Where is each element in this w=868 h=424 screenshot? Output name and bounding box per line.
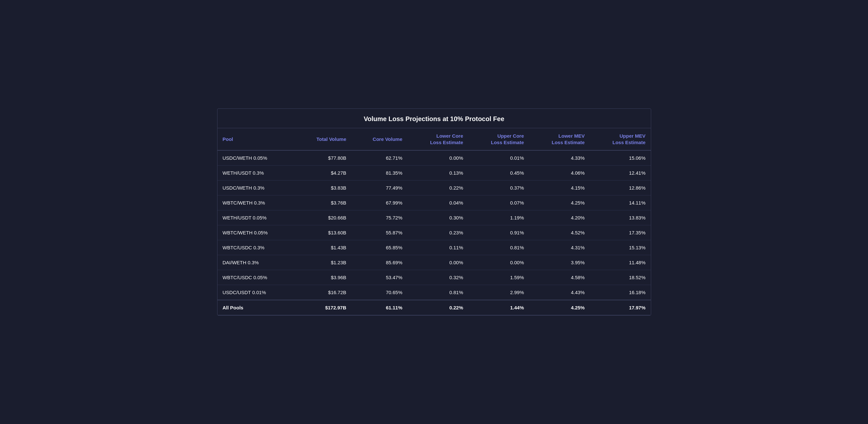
cell-total_volume: $13.60B <box>295 225 351 240</box>
cell-upper_mev: 17.35% <box>590 225 651 240</box>
cell-lower_core: 0.22% <box>408 181 468 195</box>
summary-cell-pool: All Pools <box>217 300 296 315</box>
cell-upper_core: 0.81% <box>468 240 529 255</box>
cell-core_volume: 77.49% <box>351 181 408 195</box>
summary-row: All Pools$172.97B61.11%0.22%1.44%4.25%17… <box>217 300 651 315</box>
cell-upper_mev: 12.41% <box>590 165 651 181</box>
cell-upper_core: 0.91% <box>468 225 529 240</box>
cell-pool: USDC/WETH 0.05% <box>217 150 296 165</box>
table-row: WBTC/USDC 0.3%$1.43B65.85%0.11%0.81%4.31… <box>217 240 651 255</box>
cell-total_volume: $1.23B <box>295 255 351 270</box>
col-core-volume: Core Volume <box>351 128 408 150</box>
table-body: USDC/WETH 0.05%$77.80B62.71%0.00%0.01%4.… <box>217 150 651 315</box>
cell-lower_core: 0.04% <box>408 195 468 210</box>
summary-cell-core_volume: 61.11% <box>351 300 408 315</box>
cell-core_volume: 81.35% <box>351 165 408 181</box>
cell-upper_mev: 14.11% <box>590 195 651 210</box>
cell-upper_core: 1.19% <box>468 210 529 225</box>
cell-upper_core: 0.07% <box>468 195 529 210</box>
cell-core_volume: 53.47% <box>351 270 408 285</box>
table-title: Volume Loss Projections at 10% Protocol … <box>217 109 651 128</box>
cell-upper_core: 1.59% <box>468 270 529 285</box>
cell-upper_core: 0.37% <box>468 181 529 195</box>
cell-upper_core: 0.00% <box>468 255 529 270</box>
cell-pool: WBTC/WETH 0.3% <box>217 195 296 210</box>
cell-lower_mev: 4.15% <box>529 181 590 195</box>
cell-core_volume: 67.99% <box>351 195 408 210</box>
col-upper-mev: Upper MEVLoss Estimate <box>590 128 651 150</box>
cell-total_volume: $3.96B <box>295 270 351 285</box>
table-row: USDC/WETH 0.05%$77.80B62.71%0.00%0.01%4.… <box>217 150 651 165</box>
cell-lower_mev: 4.25% <box>529 195 590 210</box>
table-row: WETH/USDT 0.05%$20.66B75.72%0.30%1.19%4.… <box>217 210 651 225</box>
cell-pool: WETH/USDT 0.3% <box>217 165 296 181</box>
cell-pool: USDC/USDT 0.01% <box>217 285 296 300</box>
cell-pool: USDC/WETH 0.3% <box>217 181 296 195</box>
summary-cell-lower_mev: 4.25% <box>529 300 590 315</box>
cell-upper_core: 2.99% <box>468 285 529 300</box>
cell-upper_mev: 15.13% <box>590 240 651 255</box>
cell-total_volume: $4.27B <box>295 165 351 181</box>
cell-lower_mev: 4.52% <box>529 225 590 240</box>
table-header: Pool Total Volume Core Volume Lower Core… <box>217 128 651 150</box>
cell-upper_mev: 11.48% <box>590 255 651 270</box>
table-row: USDC/WETH 0.3%$3.83B77.49%0.22%0.37%4.15… <box>217 181 651 195</box>
col-pool: Pool <box>217 128 296 150</box>
cell-upper_mev: 15.06% <box>590 150 651 165</box>
col-total-volume: Total Volume <box>295 128 351 150</box>
cell-lower_mev: 4.31% <box>529 240 590 255</box>
cell-lower_mev: 4.43% <box>529 285 590 300</box>
cell-lower_core: 0.00% <box>408 255 468 270</box>
cell-upper_mev: 13.83% <box>590 210 651 225</box>
cell-core_volume: 70.65% <box>351 285 408 300</box>
cell-lower_core: 0.81% <box>408 285 468 300</box>
cell-lower_core: 0.32% <box>408 270 468 285</box>
cell-pool: WBTC/WETH 0.05% <box>217 225 296 240</box>
cell-core_volume: 85.69% <box>351 255 408 270</box>
cell-lower_mev: 4.58% <box>529 270 590 285</box>
cell-lower_core: 0.00% <box>408 150 468 165</box>
col-upper-core: Upper CoreLoss Estimate <box>468 128 529 150</box>
cell-pool: WETH/USDT 0.05% <box>217 210 296 225</box>
cell-total_volume: $3.83B <box>295 181 351 195</box>
table-row: WBTC/WETH 0.05%$13.60B55.87%0.23%0.91%4.… <box>217 225 651 240</box>
cell-core_volume: 75.72% <box>351 210 408 225</box>
cell-lower_core: 0.23% <box>408 225 468 240</box>
cell-pool: WBTC/USDC 0.3% <box>217 240 296 255</box>
cell-lower_mev: 4.20% <box>529 210 590 225</box>
cell-total_volume: $20.66B <box>295 210 351 225</box>
summary-cell-lower_core: 0.22% <box>408 300 468 315</box>
cell-total_volume: $16.72B <box>295 285 351 300</box>
cell-lower_mev: 4.06% <box>529 165 590 181</box>
col-lower-core: Lower CoreLoss Estimate <box>408 128 468 150</box>
table-row: USDC/USDT 0.01%$16.72B70.65%0.81%2.99%4.… <box>217 285 651 300</box>
cell-lower_core: 0.13% <box>408 165 468 181</box>
cell-core_volume: 55.87% <box>351 225 408 240</box>
cell-lower_mev: 4.33% <box>529 150 590 165</box>
cell-lower_core: 0.30% <box>408 210 468 225</box>
cell-upper_mev: 16.18% <box>590 285 651 300</box>
cell-upper_mev: 12.86% <box>590 181 651 195</box>
cell-pool: DAI/WETH 0.3% <box>217 255 296 270</box>
summary-cell-upper_mev: 17.97% <box>590 300 651 315</box>
cell-core_volume: 62.71% <box>351 150 408 165</box>
cell-total_volume: $77.80B <box>295 150 351 165</box>
cell-total_volume: $3.76B <box>295 195 351 210</box>
header-row: Pool Total Volume Core Volume Lower Core… <box>217 128 651 150</box>
summary-cell-upper_core: 1.44% <box>468 300 529 315</box>
table-row: WETH/USDT 0.3%$4.27B81.35%0.13%0.45%4.06… <box>217 165 651 181</box>
table-container: Volume Loss Projections at 10% Protocol … <box>217 109 651 315</box>
table-row: WBTC/WETH 0.3%$3.76B67.99%0.04%0.07%4.25… <box>217 195 651 210</box>
cell-pool: WBTC/USDC 0.05% <box>217 270 296 285</box>
cell-upper_mev: 18.52% <box>590 270 651 285</box>
cell-total_volume: $1.43B <box>295 240 351 255</box>
cell-core_volume: 65.85% <box>351 240 408 255</box>
table-row: DAI/WETH 0.3%$1.23B85.69%0.00%0.00%3.95%… <box>217 255 651 270</box>
cell-lower_core: 0.11% <box>408 240 468 255</box>
cell-upper_core: 0.45% <box>468 165 529 181</box>
cell-lower_mev: 3.95% <box>529 255 590 270</box>
table-row: WBTC/USDC 0.05%$3.96B53.47%0.32%1.59%4.5… <box>217 270 651 285</box>
col-lower-mev: Lower MEVLoss Estimate <box>529 128 590 150</box>
data-table: Pool Total Volume Core Volume Lower Core… <box>217 128 651 315</box>
cell-upper_core: 0.01% <box>468 150 529 165</box>
